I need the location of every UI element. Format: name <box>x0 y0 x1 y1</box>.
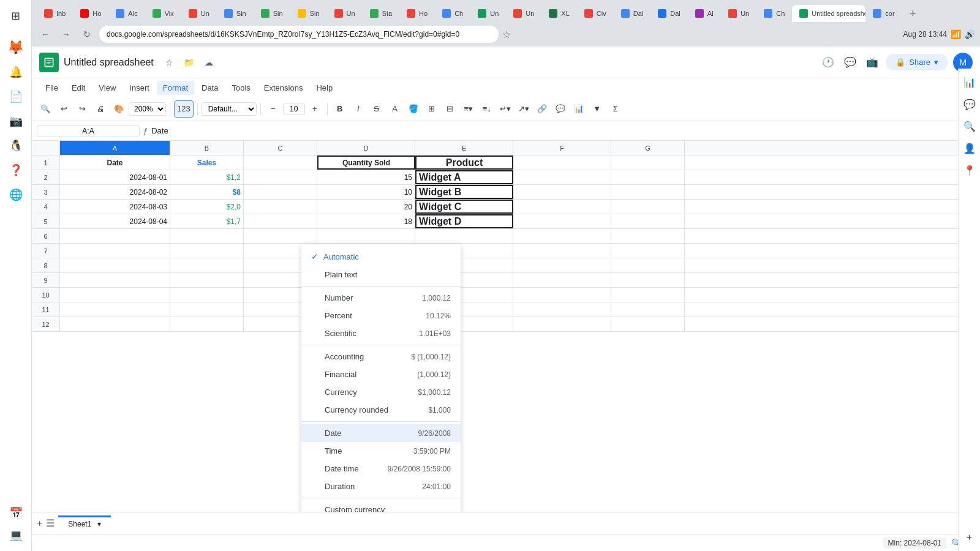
cell-e2[interactable]: Widget A <box>415 170 513 184</box>
format-option-scientific[interactable]: Scientific 1.01E+03 <box>301 324 461 342</box>
tab-spreadsheet-active[interactable]: Untitled spreadsheet ✕ <box>792 5 865 22</box>
bold-button[interactable]: B <box>331 100 349 118</box>
cell-a11[interactable] <box>60 302 170 317</box>
cell-a12[interactable] <box>60 317 170 331</box>
cell-f9[interactable] <box>513 273 611 287</box>
format-option-accounting[interactable]: Accounting $ (1,000.12) <box>301 348 461 365</box>
format-number-button[interactable]: 123 <box>174 100 194 118</box>
present-button[interactable]: 📺 <box>864 54 881 71</box>
format-option-number[interactable]: Number 1,000.12 <box>301 289 461 307</box>
cell-f12[interactable] <box>513 317 611 331</box>
menu-file[interactable]: File <box>39 81 64 95</box>
cell-d2[interactable]: 15 <box>317 170 415 184</box>
cell-b11[interactable] <box>170 302 244 317</box>
cell-c1[interactable] <box>244 156 317 170</box>
cell-a1[interactable]: Date <box>60 156 170 170</box>
tab-vix[interactable]: Vix <box>145 5 181 22</box>
font-select[interactable]: Default... <box>202 102 257 116</box>
cell-b5[interactable]: $1,7 <box>170 214 244 228</box>
chart-button[interactable]: 📊 <box>570 100 587 118</box>
redo-button[interactable]: ↪ <box>74 100 91 118</box>
add-sheet-button[interactable]: + <box>37 518 42 529</box>
cell-e5[interactable]: Widget D <box>415 214 513 228</box>
font-size-input[interactable] <box>283 103 305 115</box>
strikethrough-button[interactable]: S <box>368 100 385 118</box>
cell-g12[interactable] <box>611 317 685 331</box>
cell-f2[interactable] <box>513 170 611 184</box>
link-button[interactable]: 🔗 <box>533 100 551 118</box>
row-number-4[interactable]: 4 <box>32 200 60 214</box>
cell-d5[interactable]: 18 <box>317 214 415 228</box>
rotate-button[interactable]: ↗▾ <box>515 100 532 118</box>
format-option-percent[interactable]: Percent 10.12% <box>301 307 461 324</box>
col-header-f[interactable]: F <box>513 141 611 155</box>
cell-b10[interactable] <box>170 288 244 302</box>
tab-un1[interactable]: Un <box>181 5 217 22</box>
cell-g4[interactable] <box>611 200 685 214</box>
maps-side-icon[interactable]: 📍 <box>961 162 978 179</box>
wrap-button[interactable]: ↵▾ <box>497 100 514 118</box>
search-toolbar-button[interactable]: 🔍 <box>37 100 54 118</box>
col-header-e[interactable]: E <box>415 141 513 155</box>
cell-f10[interactable] <box>513 288 611 302</box>
cell-g6[interactable] <box>611 229 685 243</box>
row-number-10[interactable]: 10 <box>32 288 60 302</box>
cell-f3[interactable] <box>513 185 611 199</box>
reload-button[interactable]: ↻ <box>78 26 96 43</box>
col-header-g[interactable]: G <box>611 141 685 155</box>
cell-g9[interactable] <box>611 273 685 287</box>
menu-format[interactable]: Format <box>157 81 194 95</box>
cell-c2[interactable] <box>244 170 317 184</box>
people-side-icon[interactable]: 👤 <box>961 141 978 157</box>
cell-e4[interactable]: Widget C <box>415 200 513 214</box>
menu-view[interactable]: View <box>92 81 122 95</box>
format-option-plain-text[interactable]: Plain text <box>301 266 461 283</box>
tab-dal2[interactable]: Dal <box>650 5 688 22</box>
cell-c4[interactable] <box>244 200 317 214</box>
menu-extensions[interactable]: Extensions <box>258 81 309 95</box>
row-number-3[interactable]: 3 <box>32 185 60 199</box>
row-number-8[interactable]: 8 <box>32 258 60 272</box>
format-option-currency[interactable]: Currency $1,000.12 <box>301 383 461 401</box>
cell-g7[interactable] <box>611 244 685 258</box>
cell-a3[interactable]: 2024-08-02 <box>60 185 170 199</box>
valign-button[interactable]: ≡↓ <box>478 100 496 118</box>
font-size-decrease-button[interactable]: − <box>265 100 282 118</box>
cell-d3[interactable]: 10 <box>317 185 415 199</box>
snagit-icon[interactable]: 📷 <box>5 110 27 132</box>
menu-insert[interactable]: Insert <box>123 81 156 95</box>
tab-sin2[interactable]: Sin <box>254 5 290 22</box>
cell-e1[interactable]: Product <box>415 156 513 170</box>
cell-b4[interactable]: $2,0 <box>170 200 244 214</box>
cell-a9[interactable] <box>60 273 170 287</box>
font-size-increase-button[interactable]: + <box>306 100 323 118</box>
row-number-2[interactable]: 2 <box>32 170 60 184</box>
tab-gmail[interactable]: Inb <box>37 5 73 22</box>
notification-icon[interactable]: 🔔 <box>5 61 27 83</box>
cell-b12[interactable] <box>170 317 244 331</box>
cell-b8[interactable] <box>170 258 244 272</box>
zoom-select[interactable]: 200% <box>129 102 166 116</box>
tab-alc[interactable]: Alc <box>108 5 145 22</box>
bookmark-icon[interactable]: ☆ <box>502 29 511 40</box>
cell-a2[interactable]: 2024-08-01 <box>60 170 170 184</box>
row-number-5[interactable]: 5 <box>32 214 60 228</box>
cell-b6[interactable] <box>170 229 244 243</box>
row-number-7[interactable]: 7 <box>32 244 60 258</box>
cell-g10[interactable] <box>611 288 685 302</box>
cell-reference-input[interactable] <box>37 125 140 137</box>
cell-f6[interactable] <box>513 229 611 243</box>
tab-cor[interactable]: cor <box>865 5 902 22</box>
tab-civ[interactable]: Civ <box>577 5 614 22</box>
cell-d4[interactable]: 20 <box>317 200 415 214</box>
cell-a4[interactable]: 2024-08-03 <box>60 200 170 214</box>
row-number-12[interactable]: 12 <box>32 317 60 331</box>
move-button[interactable]: 📁 <box>181 54 198 71</box>
borders-button[interactable]: ⊞ <box>423 100 440 118</box>
history-button[interactable]: 🕐 <box>820 54 837 71</box>
share-button[interactable]: 🔒 Share ▾ <box>886 54 948 70</box>
cell-a6[interactable] <box>60 229 170 243</box>
format-option-time[interactable]: Time 3:59:00 PM <box>301 442 461 460</box>
tab-ch[interactable]: Ch <box>435 5 470 22</box>
row-number-9[interactable]: 9 <box>32 273 60 287</box>
